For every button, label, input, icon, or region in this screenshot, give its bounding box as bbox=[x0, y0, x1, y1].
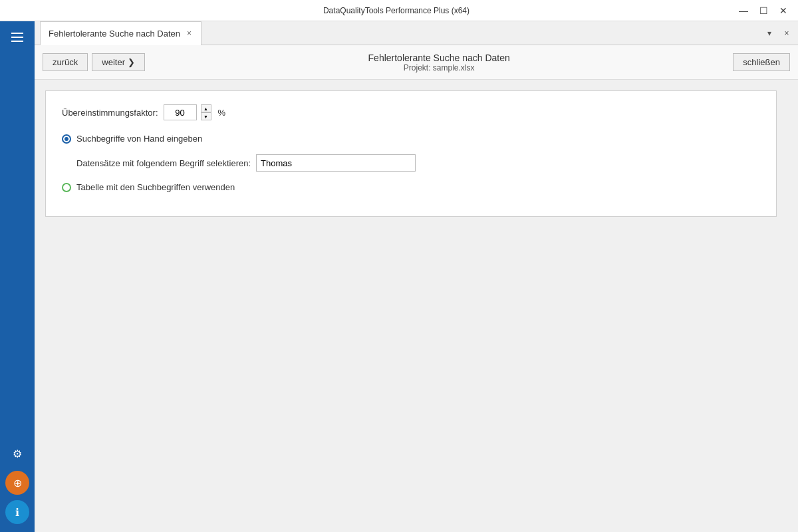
panel-wrapper: Übereinstimmungsfaktor: ▲ ▼ % Suchbegrif… bbox=[35, 80, 798, 532]
match-factor-spinner: ▲ ▼ % bbox=[164, 104, 226, 120]
radio-table-option[interactable]: Tabelle mit den Suchbegriffen verwenden bbox=[62, 182, 760, 192]
back-button[interactable]: zurück bbox=[43, 53, 88, 71]
toolbar-right: schließen bbox=[733, 53, 790, 71]
percent-label: % bbox=[218, 108, 226, 118]
info-button[interactable]: ℹ bbox=[5, 500, 29, 524]
content-area: Fehlertolerante Suche nach Daten × ▾ × z… bbox=[35, 21, 798, 532]
tab-bar-close-button[interactable]: × bbox=[779, 26, 794, 41]
toolbar-center: Fehlertolerante Suche nach Daten Projekt… bbox=[145, 53, 733, 72]
life-icon: ⊕ bbox=[13, 477, 22, 489]
tab-bar: Fehlertolerante Suche nach Daten × ▾ × bbox=[35, 21, 798, 45]
window-title: DataQualityTools Performance Plus (x64) bbox=[59, 6, 734, 15]
settings-button[interactable]: ⚙ bbox=[5, 442, 29, 466]
gear-icon: ⚙ bbox=[13, 448, 22, 460]
spinner-buttons: ▲ ▼ bbox=[201, 104, 211, 120]
toolbar-title: Fehlertolerante Suche nach Daten bbox=[145, 53, 733, 63]
match-factor-row: Übereinstimmungsfaktor: ▲ ▼ % bbox=[62, 104, 760, 120]
close-button[interactable]: schließen bbox=[733, 53, 790, 71]
radio-table-label: Tabelle mit den Suchbegriffen verwenden bbox=[76, 182, 235, 192]
info-icon: ℹ bbox=[15, 506, 19, 519]
toolbar-subtitle: Projekt: sample.xlsx bbox=[145, 63, 733, 72]
toolbar: zurück weiter ❯ Fehlertolerante Suche na… bbox=[35, 45, 798, 80]
radio-table-circle bbox=[62, 183, 71, 192]
match-factor-input[interactable] bbox=[164, 104, 197, 120]
sidebar-bottom: ⚙ ⊕ ℹ bbox=[5, 442, 29, 532]
match-factor-label: Übereinstimmungsfaktor: bbox=[62, 108, 158, 118]
main-tab[interactable]: Fehlertolerante Suche nach Daten × bbox=[40, 21, 201, 45]
help-button[interactable]: ⊕ bbox=[5, 471, 29, 495]
hamburger-icon bbox=[11, 33, 23, 42]
forward-label: weiter bbox=[102, 57, 125, 67]
search-term-row: Datensätze mit folgendem Begriff selekti… bbox=[76, 154, 760, 172]
search-term-label: Datensätze mit folgendem Begriff selekti… bbox=[76, 158, 251, 168]
tab-dropdown-button[interactable]: ▾ bbox=[762, 26, 777, 41]
minimize-button[interactable]: — bbox=[734, 3, 753, 18]
sidebar-menu-button[interactable] bbox=[0, 21, 35, 53]
main-panel: Übereinstimmungsfaktor: ▲ ▼ % Suchbegrif… bbox=[45, 90, 777, 217]
forward-button[interactable]: weiter ❯ bbox=[92, 53, 145, 71]
spinner-up-button[interactable]: ▲ bbox=[201, 104, 211, 112]
radio-manual-label: Suchbegriffe von Hand eingeben bbox=[76, 134, 202, 144]
forward-arrow: ❯ bbox=[128, 57, 135, 67]
tab-label: Fehlertolerante Suche nach Daten bbox=[49, 29, 180, 39]
back-label: zurück bbox=[53, 57, 78, 67]
window-controls: — ☐ ✕ bbox=[734, 3, 793, 18]
toolbar-left: zurück weiter ❯ bbox=[43, 53, 145, 71]
title-bar: DataQualityTools Performance Plus (x64) … bbox=[0, 0, 798, 21]
tab-close-button[interactable]: × bbox=[186, 29, 193, 38]
window-close-button[interactable]: ✕ bbox=[774, 3, 793, 18]
maximize-button[interactable]: ☐ bbox=[754, 3, 773, 18]
sidebar: ⚙ ⊕ ℹ bbox=[0, 21, 35, 532]
radio-manual-circle bbox=[62, 134, 71, 144]
spinner-down-button[interactable]: ▼ bbox=[201, 112, 211, 120]
search-term-input[interactable] bbox=[256, 154, 416, 172]
tab-bar-right: ▾ × bbox=[762, 26, 798, 41]
radio-manual-option[interactable]: Suchbegriffe von Hand eingeben bbox=[62, 134, 760, 144]
